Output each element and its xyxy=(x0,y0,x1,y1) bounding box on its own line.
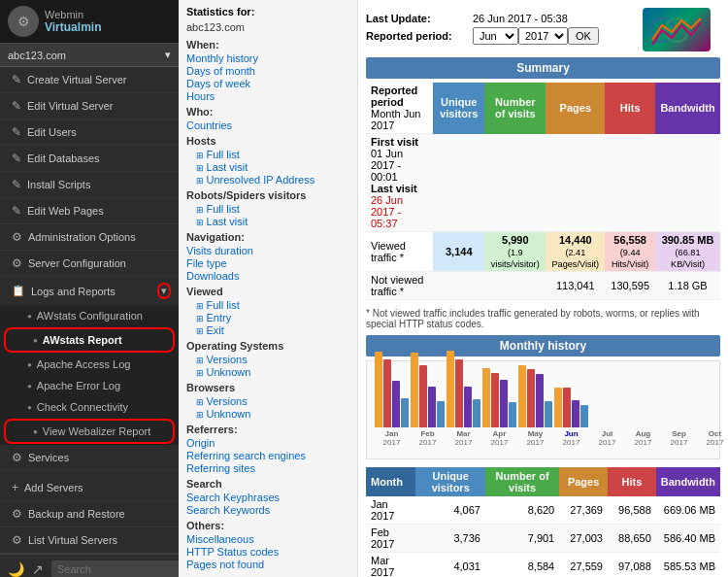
sidebar-item-add-servers[interactable]: + Add Servers xyxy=(0,475,179,501)
days-of-week-link[interactable]: Days of week xyxy=(186,78,349,89)
summary-note: * Not viewed traffic includes traffic ge… xyxy=(366,308,720,329)
countries-link[interactable]: Countries xyxy=(186,119,349,131)
sidebar-item-install-scripts[interactable]: ✎ Install Scripts xyxy=(0,172,179,198)
chart-col-sep: Sep2017 xyxy=(662,355,696,447)
bar-visitors-bar xyxy=(509,402,516,427)
chart-col-jan: Jan2017 xyxy=(375,355,409,447)
sidebar-item-edit-users[interactable]: ✎ Edit Users xyxy=(0,119,179,146)
browsers-unknown-link[interactable]: Unknown xyxy=(196,408,349,420)
os-versions-link[interactable]: Versions xyxy=(196,354,349,365)
share-icon[interactable]: ↗ xyxy=(32,561,44,577)
not-viewed-traffic-row: Not viewed traffic * 113,041 130,595 1.1… xyxy=(366,272,720,300)
os-unknown-link[interactable]: Unknown xyxy=(196,366,349,378)
list-virtual-label: List Virtual Servers xyxy=(28,534,117,546)
os-label: Operating Systems xyxy=(186,340,349,352)
sidebar-section-logs[interactable]: 📋 Logs and Reports ▾ xyxy=(0,277,179,305)
last-update-label: Last Update: xyxy=(366,13,473,24)
stats-domain: abc123.com xyxy=(186,21,349,33)
sidebar-item-server-configuration[interactable]: ⚙ Server Configuration xyxy=(0,251,179,277)
summary-title: Summary xyxy=(366,57,720,79)
reported-period-label: Reported period: xyxy=(366,30,473,42)
sidebar-item-administration-options[interactable]: ⚙ Administration Options xyxy=(0,224,179,251)
bar-hits-bar xyxy=(527,369,535,427)
report-logo xyxy=(643,8,720,51)
sidebar-item-apache-error-log[interactable]: ● Apache Error Log xyxy=(0,375,179,396)
sidebar-item-edit-databases[interactable]: ✎ Edit Databases xyxy=(0,146,179,172)
misc-link[interactable]: Miscellaneous xyxy=(186,533,349,545)
sidebar-item-list-virtual-servers[interactable]: ⚙ List Virtual Servers xyxy=(0,527,179,554)
bar-visitors-bar xyxy=(580,405,588,427)
dot-icon: ● xyxy=(27,382,32,390)
sidebar-item-create-virtual-server[interactable]: ✎ Create Virtual Server xyxy=(0,67,179,93)
visits-col-header: Number of visits xyxy=(485,467,559,496)
month-cell: Jan 2017 xyxy=(366,496,415,525)
bar-group xyxy=(518,355,552,427)
file-type-link[interactable]: File type xyxy=(186,257,349,269)
report-header: Last Update: 26 Jun 2017 - 05:38 Reporte… xyxy=(366,8,720,51)
stats-referrers: Referrers: Origin Referring search engin… xyxy=(186,424,349,474)
bar-group xyxy=(554,355,588,427)
hosts-ip-link[interactable]: Unresolved IP Address xyxy=(196,174,349,186)
pages-not-found-link[interactable]: Pages not found xyxy=(186,559,349,570)
moon-icon[interactable]: 🌙 xyxy=(8,561,24,577)
month-cell: Feb 2017 xyxy=(366,525,415,553)
browsers-label: Browsers xyxy=(186,382,349,393)
monthly-table-row: Feb 20173,7367,90127,00388,650586.40 MB xyxy=(366,525,720,553)
referring-sites-link[interactable]: Referring sites xyxy=(186,462,349,474)
services-icon: ⚙ xyxy=(12,451,22,464)
chart-month-label: Jul2017 xyxy=(599,429,616,447)
keyphrases-link[interactable]: Search Keyphrases xyxy=(186,492,349,503)
webmin-label: Webmin xyxy=(45,9,101,20)
downloads-link[interactable]: Downloads xyxy=(186,270,349,282)
robots-full-link[interactable]: Full list xyxy=(196,203,349,215)
visits-duration-link[interactable]: Visits duration xyxy=(186,245,349,256)
bar-visitors-bar xyxy=(401,398,409,427)
hosts-last-link[interactable]: Last visit xyxy=(196,161,349,173)
chart-col-oct: Oct2017 xyxy=(698,355,728,447)
viewed-full-link[interactable]: Full list xyxy=(196,299,349,311)
hosts-full-link[interactable]: Full list xyxy=(196,149,349,160)
stats-browsers: Browsers Versions Unknown xyxy=(186,382,349,420)
monthly-history-link[interactable]: Monthly history xyxy=(186,52,349,64)
period-year-select[interactable]: 20172016 xyxy=(518,27,568,45)
last-update-row: Last Update: 26 Jun 2017 - 05:38 xyxy=(366,13,635,24)
nav-label: Navigation: xyxy=(186,231,349,243)
sidebar-domain[interactable]: abc123.com ▾ xyxy=(0,44,179,67)
sidebar-item-edit-virtual-server[interactable]: ✎ Edit Virtual Server xyxy=(0,93,179,119)
admin-label: Administration Options xyxy=(28,231,136,243)
origin-link[interactable]: Origin xyxy=(186,437,349,449)
sidebar-item-check-connectivity[interactable]: ● Check Connectivity xyxy=(0,396,179,418)
edit-icon: ✎ xyxy=(12,99,21,113)
sidebar-item-services[interactable]: ⚙ Services xyxy=(0,445,179,471)
chart-month-label: May2017 xyxy=(527,429,545,447)
rp-label: Reported period xyxy=(371,85,417,108)
browsers-versions-link[interactable]: Versions xyxy=(196,395,349,407)
monthly-header-row: Month Unique visitors Number of visits P… xyxy=(366,467,720,496)
sidebar-item-view-webalizer-report[interactable]: ● View Webalizer Report xyxy=(4,419,175,444)
period-month-select[interactable]: JunJanFebMar AprMayJulAug SepOctNovDec xyxy=(473,27,518,45)
keywords-link[interactable]: Search Keywords xyxy=(186,504,349,516)
sidebar-item-awstats-config[interactable]: ● AWstats Configuration xyxy=(0,305,179,326)
sidebar-item-backup-restore[interactable]: ⚙ Backup and Restore xyxy=(0,501,179,527)
http-status-link[interactable]: HTTP Status codes xyxy=(186,546,349,558)
sidebar-item-awstats-report[interactable]: ● AWstats Report xyxy=(4,327,175,353)
first-last-visit-row: First visit 01 Jun 2017 - 00:01 Last vis… xyxy=(366,134,720,232)
web-label: Edit Web Pages xyxy=(27,205,104,217)
hours-link[interactable]: Hours xyxy=(186,90,349,102)
sidebar-bottom: 🌙 ↗ ↺ xyxy=(0,554,179,577)
referring-engines-link[interactable]: Referring search engines xyxy=(186,450,349,461)
bar-bw-bar xyxy=(536,374,544,427)
awstats-config-label: AWstats Configuration xyxy=(37,310,143,322)
entry-link[interactable]: Entry xyxy=(196,312,349,323)
sidebar-item-edit-web-pages[interactable]: ✎ Edit Web Pages xyxy=(0,198,179,224)
exit-link[interactable]: Exit xyxy=(196,324,349,336)
ok-button[interactable]: OK xyxy=(568,27,599,45)
robots-last-link[interactable]: Last visit xyxy=(196,216,349,227)
scripts-label: Install Scripts xyxy=(27,179,90,190)
monthly-table: Month Unique visitors Number of visits P… xyxy=(366,467,720,577)
days-of-month-link[interactable]: Days of month xyxy=(186,65,349,77)
sidebar-item-apache-access-log[interactable]: ● Apache Access Log xyxy=(0,354,179,375)
chart-col-mar: Mar2017 xyxy=(447,355,480,447)
content-area: Statistics for: abc123.com When: Monthly… xyxy=(179,0,728,577)
search-input[interactable] xyxy=(51,560,179,577)
